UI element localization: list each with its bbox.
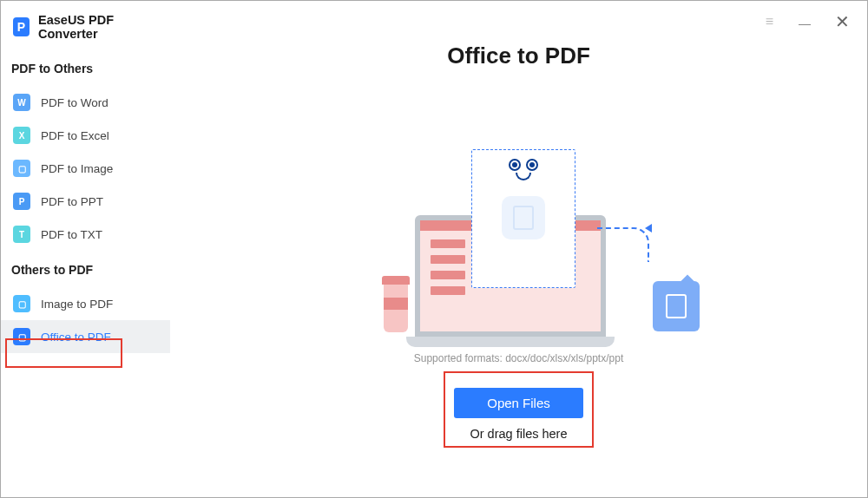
app-header: P EaseUS PDF Converter: [1, 1, 170, 56]
office-cube-icon: [653, 281, 700, 331]
txt-icon: T: [13, 226, 30, 243]
annotation-highlight-buttons: Open Files Or drag files here: [444, 371, 594, 448]
app-logo-icon: P: [13, 17, 30, 36]
sidebar-item-pdf-to-excel[interactable]: X PDF to Excel: [1, 119, 170, 152]
sidebar-item-pdf-to-ppt[interactable]: P PDF to PPT: [1, 185, 170, 218]
menu-icon[interactable]: ≡: [766, 15, 774, 29]
sidebar-item-pdf-to-image[interactable]: ▢ PDF to Image: [1, 152, 170, 185]
word-icon: W: [13, 94, 30, 111]
arrow-line: [597, 227, 649, 262]
image-to-pdf-icon: ▢: [13, 295, 30, 312]
page-title: Office to PDF: [447, 43, 590, 69]
open-files-button[interactable]: Open Files: [454, 388, 583, 418]
laptop-base-illustration: [406, 337, 615, 347]
sidebar-item-office-to-pdf[interactable]: ▢ Office to PDF: [1, 320, 170, 353]
window-controls: ≡ ✕: [766, 13, 850, 30]
cup-illustration: [378, 276, 413, 337]
image-icon: ▢: [13, 160, 30, 177]
arrow-head-icon: [645, 224, 652, 233]
supported-formats-text: Supported formats: docx/doc/xlsx/xls/ppt…: [414, 352, 623, 364]
sidebar-item-label: PDF to PPT: [41, 195, 103, 208]
app-title: EaseUS PDF Converter: [38, 13, 158, 41]
sidebar-item-label: PDF to Excel: [41, 129, 109, 142]
sidebar-item-label: PDF to TXT: [41, 228, 102, 241]
ppt-icon: P: [13, 193, 30, 210]
sidebar-item-pdf-to-word[interactable]: W PDF to Word: [1, 86, 170, 119]
close-icon[interactable]: ✕: [835, 13, 850, 30]
office-ghost-icon: [502, 196, 545, 239]
sidebar-item-label: Image to PDF: [41, 298, 113, 311]
logo-letter: P: [17, 20, 25, 34]
section-header-others-to-pdf: Others to PDF: [1, 258, 170, 287]
sidebar-item-label: PDF to Image: [41, 162, 113, 175]
sidebar-item-label: PDF to Word: [41, 96, 108, 109]
illustration: [372, 165, 667, 347]
sidebar-item-image-to-pdf[interactable]: ▢ Image to PDF: [1, 287, 170, 320]
sidebar: P EaseUS PDF Converter PDF to Others W P…: [1, 1, 170, 497]
office-to-pdf-icon: ▢: [13, 328, 30, 345]
section-header-pdf-to-others: PDF to Others: [1, 56, 170, 86]
sidebar-item-label: Office to PDF: [41, 331, 111, 344]
sidebar-list-2: ▢ Image to PDF ▢ Office to PDF: [1, 287, 170, 353]
sidebar-list-1: W PDF to Word X PDF to Excel ▢ PDF to Im…: [1, 86, 170, 251]
sidebar-item-pdf-to-txt[interactable]: T PDF to TXT: [1, 218, 170, 251]
main-content: ≡ ✕ Office to PDF Su: [170, 1, 867, 497]
excel-icon: X: [13, 127, 30, 144]
drag-files-text: Or drag files here: [470, 427, 567, 441]
document-card-illustration: [471, 149, 575, 288]
minimize-icon[interactable]: [799, 18, 811, 25]
